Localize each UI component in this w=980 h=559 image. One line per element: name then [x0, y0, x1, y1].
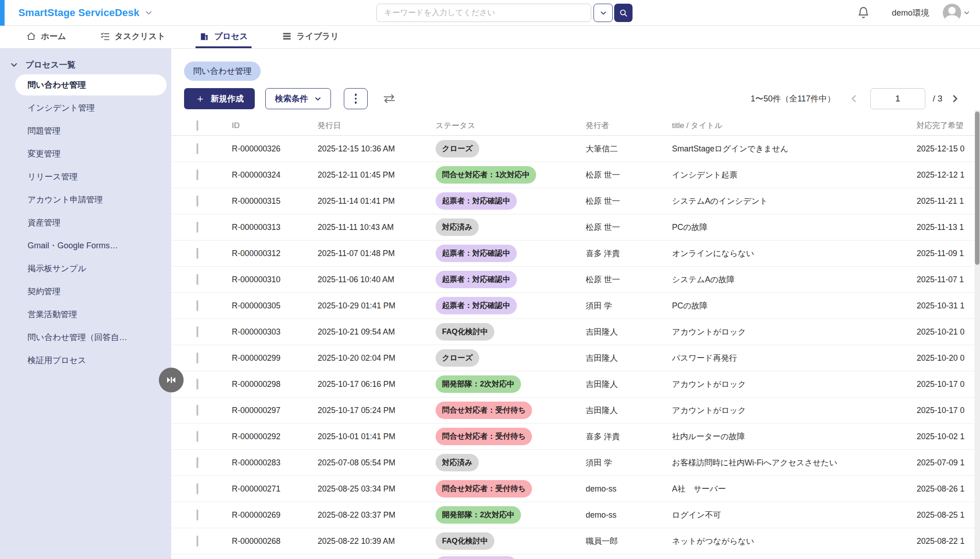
row-checkbox[interactable] — [196, 483, 198, 494]
sidebar-item-label: 変更管理 — [28, 148, 61, 159]
row-checkbox[interactable] — [196, 248, 198, 259]
page-number-input[interactable] — [870, 88, 925, 109]
avatar-icon[interactable] — [943, 4, 961, 22]
table-row[interactable]: R-000000310 2025-11-06 10:40 AM 起票者：対応確認… — [171, 267, 980, 293]
sidebar-item[interactable]: 問題管理 — [0, 119, 171, 142]
row-issuer: 松原 世一 — [586, 196, 672, 207]
chevron-left-icon[interactable] — [847, 94, 860, 103]
search-filter-button[interactable]: 検索条件 — [265, 88, 331, 109]
nav-tab[interactable]: プロセス — [196, 26, 252, 48]
sidebar-item[interactable]: 問い合わせ管理 — [15, 74, 167, 95]
row-checkbox[interactable] — [196, 169, 198, 180]
row-issuer: 吉田隆人 — [586, 379, 672, 390]
app-title[interactable]: SmartStage ServiceDesk — [18, 7, 140, 19]
row-issued-date: 2025-10-20 02:04 PM — [318, 353, 436, 363]
table-row[interactable]: R-000000269 2025-08-22 03:37 PM 開発部隊：2次対… — [171, 502, 980, 528]
row-due-date: 2025-10-21 0 — [917, 327, 980, 337]
row-checkbox[interactable] — [196, 405, 198, 416]
row-checkbox[interactable] — [196, 457, 198, 468]
sidebar-collapse-button[interactable] — [159, 368, 184, 392]
table-row[interactable]: R-000000303 2025-10-21 09:54 AM FAQ化検討中 … — [171, 319, 980, 345]
sidebar-item[interactable]: 変更管理 — [0, 142, 171, 165]
nav-tab[interactable]: ライブラリ — [278, 26, 342, 48]
row-checkbox[interactable] — [196, 196, 198, 207]
table-row[interactable]: R-000000313 2025-11-11 10:43 AM 対応済み 松原 … — [171, 214, 980, 240]
col-header-issuer: 発行者 — [586, 120, 672, 131]
table-row[interactable]: R-000000271 2025-08-25 03:34 PM 問合せ対応者：受… — [171, 476, 980, 502]
table-row[interactable]: R-000000268 2025-08-22 10:39 AM FAQ化検討中 … — [171, 528, 980, 554]
search-submit-button[interactable] — [614, 4, 633, 22]
row-issuer: 大筆信二 — [586, 143, 672, 154]
chevron-right-icon[interactable] — [949, 94, 962, 103]
table-row[interactable]: R-000000305 2025-10-29 01:41 PM 起票者：対応確認… — [171, 293, 980, 319]
row-title: アカウントがロック — [672, 405, 917, 416]
table-body: R-000000326 2025-12-15 10:36 AM クローズ 大筆信… — [171, 136, 980, 559]
table-row[interactable]: R-000000292 2025-10-01 01:41 PM 問合せ対応者：受… — [171, 424, 980, 450]
app-window: SmartStage ServiceDesk d — [0, 0, 980, 559]
sidebar-item[interactable]: 資産管理 — [0, 211, 171, 234]
row-due-date: 2025-10-17 0 — [917, 380, 980, 389]
row-checkbox[interactable] — [196, 379, 198, 390]
table-row[interactable]: R-000000299 2025-10-20 02:04 PM クローズ 吉田隆… — [171, 345, 980, 371]
row-checkbox[interactable] — [196, 300, 198, 311]
sidebar-item[interactable]: インシデント管理 — [0, 96, 171, 119]
table-row[interactable]: R-000000326 2025-12-15 10:36 AM クローズ 大筆信… — [171, 136, 980, 162]
row-id: R-000000283 — [232, 458, 318, 468]
table-row[interactable]: R-000000298 2025-10-17 06:16 PM 開発部隊：2次対… — [171, 371, 980, 397]
row-due-date: 2025-10-31 1 — [917, 301, 980, 311]
sidebar-item-label: 契約管理 — [28, 286, 61, 297]
table-row[interactable]: R-000000297 2025-10-17 05:24 PM 問合せ対応者：受… — [171, 397, 980, 424]
chevron-down-icon — [314, 95, 321, 102]
sidebar-item[interactable]: 検証用プロセス — [0, 349, 171, 372]
vertical-scrollbar-thumb[interactable] — [975, 112, 980, 265]
row-checkbox[interactable] — [196, 274, 198, 285]
more-options-button[interactable] — [344, 88, 368, 109]
create-new-button[interactable]: ＋ 新規作成 — [184, 88, 255, 109]
sidebar-item[interactable]: 問い合わせ管理（回答自… — [0, 326, 171, 349]
create-new-label: 新規作成 — [211, 93, 244, 104]
sidebar-item-label: リリース管理 — [28, 171, 78, 182]
sidebar-item[interactable]: Gmail・Google Forms… — [0, 234, 171, 257]
row-checkbox[interactable] — [196, 352, 198, 363]
row-title: お客様訪問時に社内Wi-Fiへアクセスさせたい — [672, 457, 917, 468]
col-header-title: title / タイトル — [672, 120, 917, 131]
nav-tab[interactable]: ホーム — [22, 26, 70, 48]
table-row[interactable]: R-000000324 2025-12-11 01:45 PM 問合せ対応者：1… — [171, 162, 980, 188]
row-id: R-000000271 — [232, 484, 318, 494]
sidebar-item[interactable]: 契約管理 — [0, 280, 171, 303]
nav-tab-label: ライブラリ — [297, 31, 339, 42]
table-row[interactable]: R-000000312 2025-11-07 01:48 PM 起票者：対応確認… — [171, 240, 980, 267]
header-right-cluster: demo環境 — [857, 0, 970, 26]
sidebar-item[interactable]: 掲示板サンプル — [0, 257, 171, 280]
status-badge: 問合せ対応者：1次対応中 — [436, 166, 536, 184]
table-row[interactable]: R-000000283 2025-07-08 05:54 PM 対応済み 須田 … — [171, 450, 980, 476]
chevron-down-icon[interactable] — [963, 10, 970, 16]
swap-arrows-icon[interactable] — [382, 93, 396, 105]
search-options-button[interactable] — [594, 4, 613, 22]
row-checkbox[interactable] — [196, 509, 198, 520]
sidebar-item[interactable]: アカウント申請管理 — [0, 188, 171, 211]
row-issuer: 松原 世一 — [586, 169, 672, 180]
row-id: R-000000324 — [232, 170, 318, 180]
sidebar-item[interactable]: リリース管理 — [0, 165, 171, 188]
search-input[interactable] — [376, 4, 591, 22]
row-checkbox[interactable] — [196, 431, 198, 442]
nav-tab-label: プロセス — [214, 31, 248, 42]
row-checkbox[interactable] — [196, 143, 198, 154]
home-icon — [26, 31, 36, 41]
table-row-partial[interactable]: 起票者：対応確認中 — [171, 554, 980, 559]
row-id: R-000000326 — [232, 144, 318, 154]
sidebar-item[interactable]: 営業活動管理 — [0, 303, 171, 326]
status-badge: 起票者：対応確認中 — [436, 192, 517, 210]
bell-icon[interactable] — [857, 6, 870, 19]
row-id: R-000000269 — [232, 510, 318, 520]
table-row[interactable]: R-000000315 2025-11-14 01:41 PM 起票者：対応確認… — [171, 188, 980, 214]
chevron-down-icon[interactable] — [145, 9, 152, 17]
row-checkbox[interactable] — [196, 326, 198, 337]
row-checkbox[interactable] — [196, 536, 198, 547]
row-due-date: 2025-12-15 0 — [917, 144, 980, 154]
nav-tab[interactable]: タスクリスト — [96, 26, 169, 48]
select-all-checkbox[interactable] — [196, 120, 198, 131]
sidebar-section-process-list[interactable]: プロセス一覧 — [0, 56, 171, 73]
row-checkbox[interactable] — [196, 222, 198, 233]
